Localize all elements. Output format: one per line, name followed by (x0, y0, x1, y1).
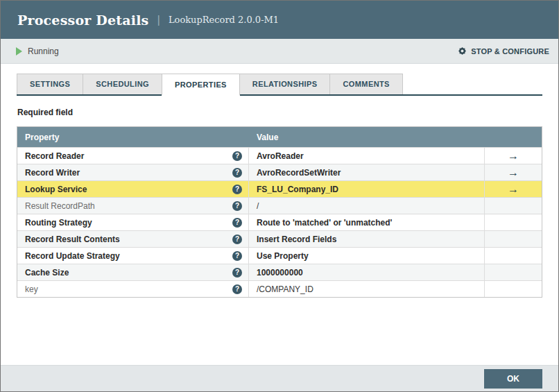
property-name-cell: Routing Strategy? (17, 214, 249, 230)
property-value-cell[interactable]: 1000000000 (249, 264, 485, 280)
tab-scheduling[interactable]: SCHEDULING (83, 74, 162, 94)
tab-bar: SETTINGSSCHEDULINGPROPERTIESRELATIONSHIP… (17, 74, 542, 96)
help-icon[interactable]: ? (232, 251, 242, 261)
dialog-title: Processor Details (17, 12, 149, 28)
property-name: Routing Strategy (25, 218, 92, 228)
property-name-cell: Cache Size? (17, 264, 249, 280)
stop-configure-button[interactable]: STOP & CONFIGURE (458, 46, 549, 56)
help-icon[interactable]: ? (232, 218, 242, 228)
help-icon[interactable]: ? (232, 185, 242, 194)
stop-configure-label: STOP & CONFIGURE (471, 47, 549, 56)
property-name: key (25, 284, 38, 294)
property-name-cell: Record Result Contents? (17, 231, 249, 247)
column-header-value: Value (249, 133, 485, 142)
properties-table-body: Record Reader?AvroReader→Record Writer?A… (17, 147, 542, 297)
property-name: Record Reader (25, 151, 84, 161)
status-bar: Running STOP & CONFIGURE (1, 39, 558, 64)
property-value-cell[interactable]: Use Property (249, 248, 485, 264)
required-field-label: Required field (17, 108, 542, 117)
properties-table: Property Value Record Reader?AvroReader→… (17, 126, 542, 298)
title-separator: | (157, 13, 160, 27)
goto-service-icon[interactable]: → (508, 151, 519, 162)
dialog-footer: OK (1, 365, 558, 391)
help-icon[interactable]: ? (232, 201, 242, 211)
help-icon[interactable]: ? (232, 235, 242, 244)
table-row[interactable]: Record Update Strategy?Use Property (17, 247, 542, 264)
row-action-cell: → (485, 164, 542, 180)
running-icon (16, 47, 22, 56)
row-action-cell (485, 264, 542, 280)
property-value-cell[interactable]: / (249, 198, 485, 214)
help-icon[interactable]: ? (232, 268, 242, 278)
table-row[interactable]: Record Writer?AvroRecordSetWriter→ (17, 164, 542, 180)
help-icon[interactable]: ? (232, 168, 242, 178)
processor-name-version: LookupRecord 2.0.0-M1 (169, 15, 279, 25)
property-value-cell[interactable]: Insert Record Fields (249, 231, 485, 247)
property-name: Record Result Contents (25, 235, 120, 244)
processor-details-dialog: Processor Details | LookupRecord 2.0.0-M… (0, 0, 559, 392)
tab-relationships[interactable]: RELATIONSHIPS (239, 74, 331, 94)
property-name-cell: Record Reader? (17, 148, 249, 164)
stop-configure-icon (458, 46, 467, 56)
table-row[interactable]: key?/COMPANY_ID (17, 280, 542, 297)
property-name-cell: key? (17, 281, 249, 297)
row-action-cell: → (485, 148, 542, 164)
property-name-cell: Record Writer? (17, 164, 249, 180)
property-name-cell: Lookup Service? (17, 181, 249, 197)
tab-properties[interactable]: PROPERTIES (162, 74, 240, 96)
tab-comments[interactable]: COMMENTS (329, 74, 402, 94)
table-row[interactable]: Record Reader?AvroReader→ (17, 147, 542, 164)
help-icon[interactable]: ? (232, 151, 242, 161)
property-name: Record Writer (25, 168, 80, 178)
property-value-cell[interactable]: AvroReader (249, 148, 485, 164)
column-header-property: Property (17, 133, 249, 142)
tab-settings[interactable]: SETTINGS (17, 74, 83, 94)
row-action-cell (485, 198, 542, 214)
help-icon[interactable]: ? (232, 284, 242, 294)
property-name: Lookup Service (25, 185, 87, 194)
run-state: Running (16, 46, 59, 56)
goto-service-icon[interactable]: → (508, 184, 519, 195)
row-action-cell (485, 231, 542, 247)
table-row[interactable]: Routing Strategy?Route to 'matched' or '… (17, 214, 542, 230)
property-name: Result RecordPath (25, 201, 95, 211)
row-action-cell: → (485, 181, 542, 197)
property-name-cell: Result RecordPath? (17, 198, 249, 214)
table-header-row: Property Value (17, 127, 542, 147)
table-row[interactable]: Result RecordPath?/ (17, 197, 542, 214)
table-row[interactable]: Cache Size?1000000000 (17, 264, 542, 280)
row-action-cell (485, 248, 542, 264)
property-name-cell: Record Update Strategy? (17, 248, 249, 264)
property-name: Cache Size (25, 268, 69, 278)
property-value-cell[interactable]: /COMPANY_ID (249, 281, 485, 297)
property-value-cell[interactable]: AvroRecordSetWriter (249, 164, 485, 180)
table-row[interactable]: Lookup Service?FS_LU_Company_ID→ (17, 180, 542, 197)
row-action-cell (485, 214, 542, 230)
table-row[interactable]: Record Result Contents?Insert Record Fie… (17, 230, 542, 247)
dialog-header: Processor Details | LookupRecord 2.0.0-M… (1, 1, 558, 39)
run-state-label: Running (28, 46, 59, 56)
property-name: Record Update Strategy (25, 251, 120, 261)
ok-button[interactable]: OK (484, 369, 542, 389)
property-value-cell[interactable]: FS_LU_Company_ID (249, 181, 485, 197)
row-action-cell (485, 281, 542, 297)
goto-service-icon[interactable]: → (508, 167, 519, 178)
property-value-cell[interactable]: Route to 'matched' or 'unmatched' (249, 214, 485, 230)
